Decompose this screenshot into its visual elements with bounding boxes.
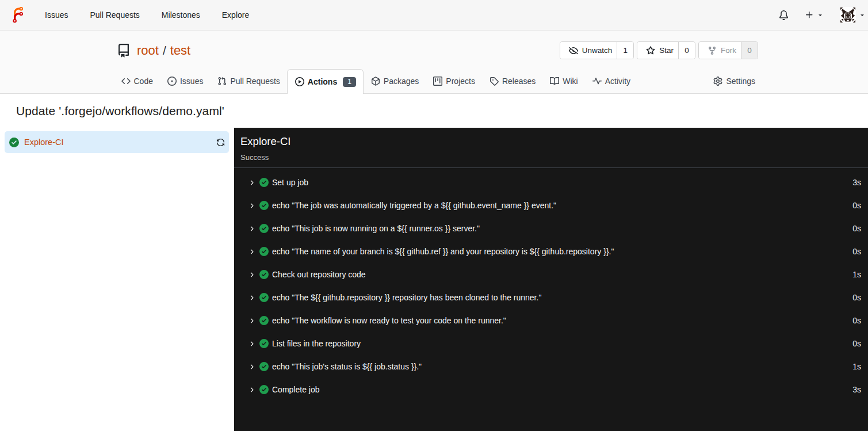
repo-tab[interactable]: Code	[114, 69, 160, 93]
user-menu-dropdown[interactable]	[832, 7, 868, 23]
navbar-link[interactable]: Milestones	[151, 0, 211, 30]
step-name: echo "The ${{ github.repository }} repos…	[272, 293, 541, 302]
action-view-layout: Explore-CI Explore-CI Success Set up job…	[0, 128, 868, 431]
step-success-icon	[259, 201, 269, 210]
tab-label: Releases	[502, 77, 536, 86]
job-steps-list: Set up job 3s echo "The job was automati…	[234, 168, 868, 401]
repo-action-button-group: Unwatch 1	[560, 41, 634, 59]
step-duration: 1s	[852, 362, 861, 371]
job-step-row[interactable]: echo "The ${{ github.repository }} repos…	[234, 286, 868, 309]
repo-tab[interactable]: Issues	[160, 69, 210, 93]
rerun-job-icon[interactable]	[216, 138, 225, 147]
tab-icon	[371, 77, 380, 86]
repo-action-icon	[569, 46, 578, 55]
repo-action-icon	[708, 46, 717, 55]
repo-title-row: root / test Unwatch 1	[110, 30, 758, 59]
job-info-header: Explore-CI Success	[234, 128, 868, 168]
chevron-right-icon[interactable]	[248, 248, 255, 255]
repo-action-button[interactable]: Unwatch	[560, 42, 617, 59]
step-name: Complete job	[272, 385, 320, 394]
repo-action-label: Fork	[721, 46, 736, 55]
repo-action-label: Unwatch	[582, 46, 613, 55]
action-run-view: Update '.forgejo/workflows/demo.yaml' Ex…	[0, 104, 868, 431]
chevron-right-icon[interactable]	[248, 179, 255, 186]
step-success-icon	[259, 385, 269, 394]
job-step-row[interactable]: echo "This job's status is ${{ job.statu…	[234, 355, 868, 378]
repo-separator: /	[163, 44, 166, 58]
step-success-icon	[259, 316, 269, 325]
repo-name-link[interactable]: test	[170, 43, 190, 58]
repo-action-button[interactable]: Star	[637, 42, 678, 59]
step-name: Set up job	[272, 178, 308, 187]
tab-label: Settings	[726, 77, 755, 86]
tab-icon	[433, 77, 442, 86]
step-name: echo "This job's status is ${{ job.statu…	[272, 362, 422, 371]
chevron-right-icon[interactable]	[248, 317, 255, 325]
run-title: Update '.forgejo/workflows/demo.yaml'	[16, 104, 868, 118]
chevron-right-icon[interactable]	[248, 340, 255, 348]
step-duration: 3s	[852, 178, 861, 187]
repo-action-icon	[646, 46, 655, 55]
job-list-item[interactable]: Explore-CI	[5, 131, 229, 153]
repo-action-count[interactable]: 1	[617, 42, 633, 59]
repo-action-button-group: Fork 0	[698, 41, 758, 59]
avatar	[840, 7, 856, 23]
tab-icon	[121, 77, 131, 86]
tab-label: Pull Requests	[230, 77, 280, 86]
header-container: root / test Unwatch 1	[110, 30, 758, 93]
repo-action-count[interactable]: 0	[678, 42, 695, 59]
tab-icon	[550, 77, 559, 86]
repo-owner-link[interactable]: root	[137, 43, 159, 58]
job-success-icon	[9, 138, 19, 147]
chevron-right-icon[interactable]	[248, 271, 255, 279]
job-step-row[interactable]: Complete job 3s	[234, 378, 868, 401]
repo-action-count[interactable]: 0	[741, 42, 758, 59]
repo-action-button[interactable]: Fork	[699, 42, 741, 59]
job-step-row[interactable]: Check out repository code 1s	[234, 263, 868, 286]
navbar-link[interactable]: Issues	[34, 0, 79, 30]
chevron-right-icon[interactable]	[248, 386, 255, 394]
tab-icon	[592, 77, 602, 86]
tab-icon	[167, 77, 177, 86]
step-success-icon	[259, 339, 269, 348]
job-step-row[interactable]: echo "This job is now running on a ${{ r…	[234, 217, 868, 240]
chevron-right-icon[interactable]	[248, 363, 255, 371]
chevron-right-icon[interactable]	[248, 202, 255, 209]
tab-icon	[713, 77, 722, 86]
tab-icon	[217, 77, 227, 86]
repo-action-label: Star	[659, 46, 674, 55]
job-step-row[interactable]: Set up job 3s	[234, 171, 868, 194]
chevron-right-icon[interactable]	[248, 294, 255, 302]
job-step-row[interactable]: List files in the repository 0s	[234, 332, 868, 355]
tab-count-badge: 1	[343, 77, 356, 87]
chevron-right-icon[interactable]	[248, 225, 255, 232]
navbar-link[interactable]: Pull Requests	[79, 0, 150, 30]
repo-tab[interactable]: Pull Requests	[211, 69, 287, 93]
repo-action-buttons: Unwatch 1 Star 0	[560, 41, 758, 59]
repo-tab[interactable]: Packages	[364, 69, 426, 93]
repo-tab[interactable]: Activity	[585, 69, 637, 93]
create-new-dropdown[interactable]	[797, 10, 832, 20]
repo-tab[interactable]: Projects	[426, 69, 483, 93]
job-status-text: Success	[240, 153, 861, 162]
plus-icon	[805, 10, 814, 20]
repo-tab[interactable]: Wiki	[543, 69, 585, 93]
job-list-sidebar: Explore-CI	[0, 128, 234, 431]
repo-tab[interactable]: Settings	[706, 69, 763, 93]
repo-tab[interactable]: Actions 1	[287, 69, 364, 94]
job-step-row[interactable]: echo "The name of your branch is ${{ git…	[234, 240, 868, 263]
step-success-icon	[259, 224, 269, 233]
repo-tab[interactable]: Releases	[482, 69, 542, 93]
job-step-row[interactable]: echo "The job was automatically triggere…	[234, 194, 868, 217]
navbar-right	[771, 7, 868, 23]
notifications-button[interactable]	[771, 10, 797, 20]
repo-tabs: Code Issues Pull Requests Act	[110, 69, 758, 93]
bell-icon	[779, 10, 789, 20]
tab-label: Activity	[605, 77, 630, 86]
step-name: echo "The job was automatically triggere…	[272, 201, 556, 210]
navbar-link[interactable]: Explore	[211, 0, 260, 30]
navbar-links: Issues Pull Requests Milestones Explore	[34, 0, 260, 30]
tab-label: Packages	[384, 77, 419, 86]
job-step-row[interactable]: echo "The workflow is now ready to test …	[234, 309, 868, 332]
forgejo-logo[interactable]	[10, 6, 26, 25]
